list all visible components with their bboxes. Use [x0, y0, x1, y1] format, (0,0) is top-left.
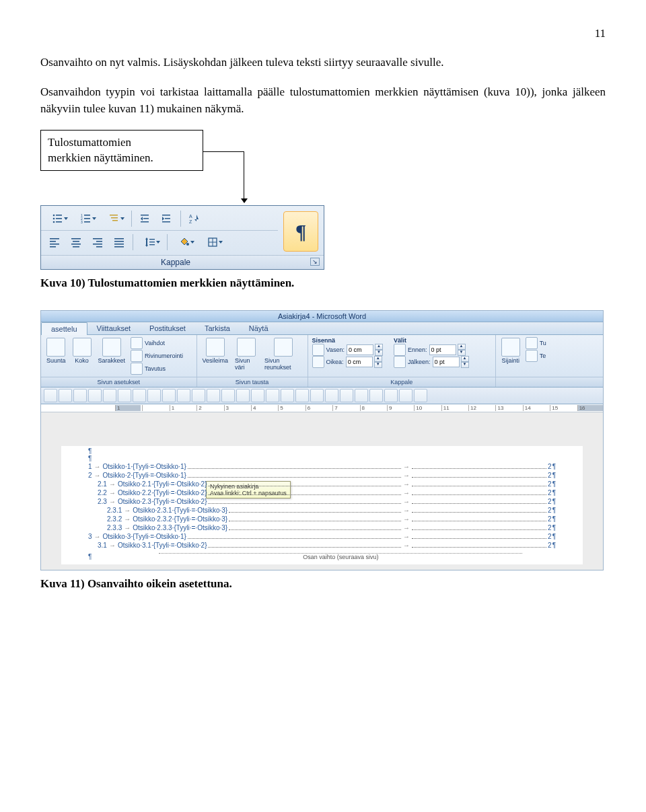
spacing-before-input[interactable]	[429, 344, 456, 355]
send-backward-button[interactable]: Te	[526, 350, 546, 362]
qat-button[interactable]	[88, 389, 102, 402]
qat-button[interactable]	[251, 389, 264, 402]
tab-review[interactable]: Tarkista	[195, 322, 240, 334]
toc-row[interactable]: 2.1→Otsikko·2.1·{Tyyli·=·Otsikko·2}→2¶	[88, 480, 556, 488]
spinner-up[interactable]: ▲	[461, 356, 469, 362]
pilcrow-mark: ¶	[552, 480, 556, 488]
qat-button[interactable]	[236, 389, 250, 402]
pilcrow-mark: ¶	[552, 463, 556, 470]
qat-button[interactable]	[221, 389, 235, 402]
toc-leader-dots	[208, 486, 401, 486]
toc-row[interactable]: 2.2→Otsikko·2.2·{Tyyli·=·Otsikko·2}→2¶	[88, 489, 556, 497]
watermark-button[interactable]: Vesileima	[201, 337, 230, 365]
page-borders-button[interactable]: Sivun reunukset	[263, 337, 303, 371]
spinner-up[interactable]: ▲	[375, 344, 383, 350]
decrease-indent-button[interactable]	[136, 210, 155, 227]
dialog-launcher-icon[interactable]: ↘	[310, 258, 320, 266]
svg-marker-44	[145, 245, 148, 247]
spinner-up[interactable]: ▲	[374, 356, 382, 362]
qat-button[interactable]	[59, 389, 72, 402]
qat-button[interactable]	[325, 389, 338, 402]
horizontal-ruler[interactable]: 112345678910111213141516	[41, 404, 603, 412]
document-canvas[interactable]: ¶ ¶ Nykyinen asiakirja Avaa linkki: Ctrl…	[41, 412, 603, 570]
spacing-before-field[interactable]: Ennen: ▲▼	[394, 344, 469, 356]
align-right-button[interactable]	[88, 233, 107, 251]
qat-button[interactable]	[369, 389, 383, 402]
shading-button[interactable]	[172, 233, 197, 251]
tab-page-layout[interactable]: asettelu	[41, 322, 87, 335]
toc-page-number: 2	[548, 507, 552, 514]
qat-button[interactable]	[44, 389, 57, 402]
show-hide-pilcrow-button[interactable]: ¶	[283, 211, 318, 252]
tab-mark: →	[403, 463, 410, 470]
line-numbers-button[interactable]: Rivinumerointi	[131, 350, 183, 362]
tab-view[interactable]: Näytä	[240, 322, 278, 334]
toc-row[interactable]: 1→Otsikko·1·{Tyyli·=·Otsikko·1}→2¶	[88, 463, 556, 471]
breaks-button[interactable]: Vaihdot	[131, 337, 183, 349]
increase-indent-button[interactable]	[157, 210, 176, 227]
spinner-down[interactable]: ▼	[458, 350, 466, 356]
bulleted-list-button[interactable]	[45, 210, 71, 227]
multilevel-list-button[interactable]	[102, 210, 127, 227]
toc-row[interactable]: 3.1→Otsikko·3.1·{Tyyli·=·Otsikko·2}→2¶	[88, 542, 556, 550]
qat-button[interactable]	[177, 389, 190, 402]
qat-button[interactable]	[295, 389, 309, 402]
indent-left-input[interactable]	[347, 344, 373, 355]
toc-row[interactable]: 2→Otsikko·2·{Tyyli·=·Otsikko·1}→2¶	[88, 472, 556, 480]
orientation-button[interactable]: Suunta	[45, 337, 67, 365]
qat-button[interactable]	[414, 389, 427, 402]
toc-page-number: 2	[548, 489, 552, 496]
qat-button[interactable]	[281, 389, 294, 402]
toc-number: 2.2	[98, 489, 107, 496]
borders-button[interactable]	[200, 233, 225, 251]
columns-button[interactable]: Sarakkeet	[97, 337, 127, 365]
qat-button[interactable]	[340, 389, 353, 402]
qat-button[interactable]	[399, 389, 412, 402]
tab-mark: →	[94, 472, 101, 479]
toc-row[interactable]: 2.3.2→Otsikko·2.3.2·{Tyyli·=·Otsikko·3}→…	[88, 515, 556, 523]
spinner-up[interactable]: ▲	[458, 344, 466, 350]
indent-left-field[interactable]: Vasen: ▲▼	[312, 344, 383, 356]
sort-button[interactable]: AZ	[185, 210, 204, 227]
qat-button[interactable]	[73, 389, 87, 402]
toc-row[interactable]: 2.3.1→Otsikko·2.3.1·{Tyyli·=·Otsikko·3}→…	[88, 507, 556, 515]
qat-button[interactable]	[192, 389, 205, 402]
toc-row[interactable]: 2.3→Otsikko·2.3·{Tyyli·=·Otsikko·2}→2¶	[88, 498, 556, 506]
page-color-button[interactable]: Sivun väri	[234, 337, 259, 371]
spinner-down[interactable]: ▼	[374, 362, 382, 368]
tab-mailings[interactable]: Postitukset	[140, 322, 195, 334]
spinner-down[interactable]: ▼	[375, 350, 383, 356]
qat-button[interactable]	[207, 389, 220, 402]
qat-button[interactable]	[266, 389, 279, 402]
qat-button[interactable]	[103, 389, 116, 402]
qat-button[interactable]	[384, 389, 398, 402]
svg-rect-7	[84, 215, 90, 216]
spacing-after-input[interactable]	[433, 357, 460, 367]
align-left-button[interactable]	[45, 233, 64, 251]
svg-rect-32	[71, 244, 81, 245]
indent-right-input[interactable]	[346, 357, 373, 367]
position-button[interactable]: Sijainti	[500, 337, 522, 365]
toc-row[interactable]: 3→Otsikko·3·{Tyyli·=·Otsikko·1}→2¶	[88, 533, 556, 541]
tab-references[interactable]: Viittaukset	[87, 322, 141, 334]
qat-button[interactable]	[355, 389, 368, 402]
qat-button[interactable]	[133, 389, 146, 402]
toc-page-number: 2	[548, 472, 552, 479]
spinner-down[interactable]: ▼	[461, 362, 469, 368]
indent-right-field[interactable]: Oikea: ▲▼	[312, 356, 383, 368]
size-button[interactable]: Koko	[71, 337, 93, 365]
qat-button[interactable]	[147, 389, 161, 402]
align-center-button[interactable]	[67, 233, 85, 251]
toc-row[interactable]: 2.3.3→Otsikko·2.3.3·{Tyyli·=·Otsikko·3}→…	[88, 524, 556, 532]
qat-button[interactable]	[310, 389, 324, 402]
qat-button[interactable]	[118, 389, 131, 402]
bring-forward-button[interactable]: Tu	[526, 337, 546, 349]
justify-button[interactable]	[110, 233, 129, 251]
svg-rect-12	[110, 215, 118, 216]
spacing-after-field[interactable]: Jälkeen: ▲▼	[394, 356, 469, 368]
numbered-list-button[interactable]: 123	[73, 210, 99, 227]
svg-rect-31	[73, 241, 79, 242]
hyphenation-button[interactable]: Tavutus	[131, 363, 183, 375]
line-spacing-button[interactable]	[137, 233, 163, 251]
qat-button[interactable]	[162, 389, 176, 402]
